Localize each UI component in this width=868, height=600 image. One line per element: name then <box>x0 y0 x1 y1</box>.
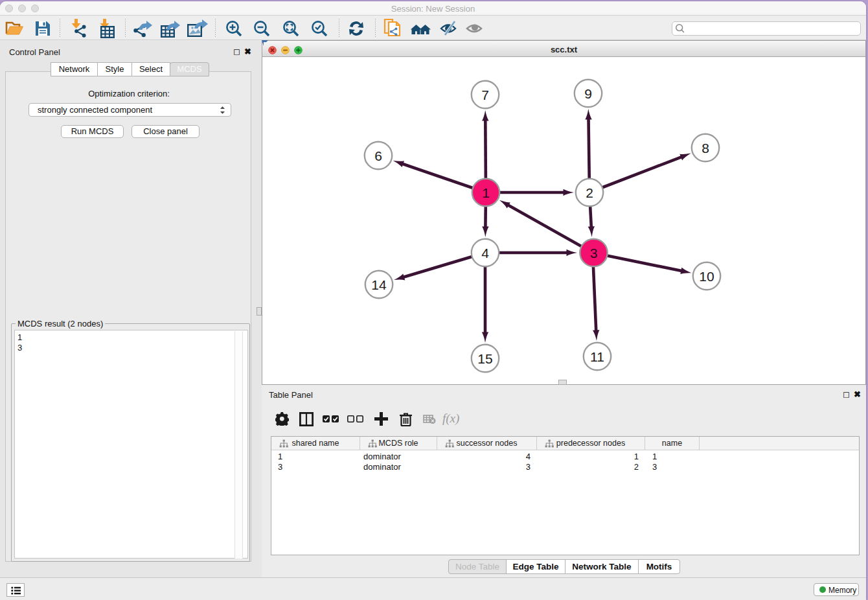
svg-text:11: 11 <box>590 349 604 364</box>
svg-text:10: 10 <box>699 269 714 284</box>
svg-text:15: 15 <box>477 351 492 366</box>
svg-text:3: 3 <box>590 246 598 260</box>
svg-text:14: 14 <box>371 277 387 292</box>
svg-text:7: 7 <box>481 87 489 102</box>
svg-text:9: 9 <box>584 86 592 101</box>
svg-text:1: 1 <box>482 185 490 200</box>
svg-text:f(x): f(x) <box>442 413 459 426</box>
svg-text:8: 8 <box>702 141 709 156</box>
svg-text:2: 2 <box>586 185 593 200</box>
svg-text:6: 6 <box>374 148 382 163</box>
svg-text:4: 4 <box>481 246 489 260</box>
